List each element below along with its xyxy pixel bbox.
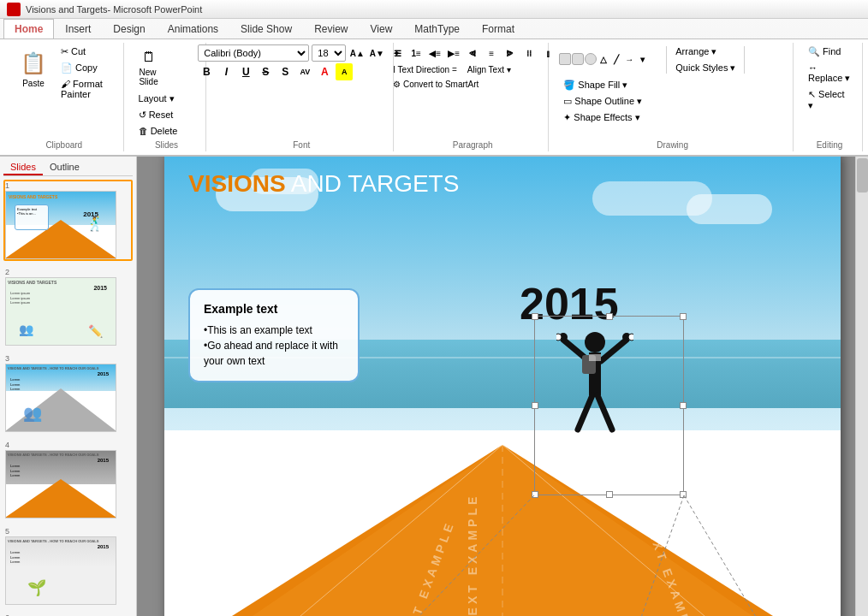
numbering-button[interactable]: 1≡ (407, 44, 425, 62)
align-right-button[interactable]: ⫸ (502, 44, 519, 62)
find-button[interactable]: 🔍 Find (804, 44, 855, 59)
tab-home[interactable]: Home (3, 19, 54, 38)
slide-thumb-5[interactable]: 5 VISIONS AND TARGETS - HOW TO REACH OUR… (3, 525, 133, 607)
reset-button[interactable]: ↺ Reset (134, 108, 182, 122)
layout-button[interactable]: Layout ▾ (134, 92, 182, 106)
slide-thumb-inner-4: VISIONS AND TARGETS - HOW TO REACH OUR G… (5, 450, 116, 518)
delete-button[interactable]: 🗑 Delete (134, 124, 182, 138)
bullets-button[interactable]: ☰ (389, 44, 406, 62)
slide-thumb-inner-1: VISIONS AND TARGETS 2015 Example text•Th… (5, 191, 116, 259)
paste-button[interactable]: 📋 Paste (12, 44, 55, 101)
title-bold: VISIONS (188, 170, 286, 197)
svg-rect-16 (589, 354, 601, 361)
shape-rounded-rect[interactable] (572, 53, 584, 65)
align-center-button[interactable]: ≡ (483, 44, 500, 62)
ribbon-tab-bar: Home Insert Design Animations Slide Show… (0, 19, 868, 38)
slide-num-2: 2 (5, 268, 131, 276)
para-row-2: I Text Direction = Align Text ▾ (389, 63, 556, 76)
slides-tab[interactable]: Slides (3, 160, 43, 175)
ribbon-group-clipboard: 📋 Paste ✂ Cut 📄 Copy 🖌 Format Painter Cl… (5, 43, 124, 151)
slide-thumb-3[interactable]: 3 VISIONS AND TARGETS - HOW TO REACH OUR… (3, 352, 133, 434)
ribbon: Home Insert Design Animations Slide Show… (0, 19, 868, 157)
title-bar: Visions and Targets - Microsoft PowerPoi… (0, 0, 868, 19)
tab-review[interactable]: Review (303, 19, 359, 38)
decrease-font-button[interactable]: A▼ (368, 44, 385, 62)
text-box[interactable]: Example text •This is an example text •G… (188, 288, 360, 382)
tab-insert[interactable]: Insert (54, 19, 102, 38)
slide-thumb-4[interactable]: 4 VISIONS AND TARGETS - HOW TO REACH OUR… (3, 439, 133, 520)
ribbon-group-paragraph: ☰ 1≡ ◀≡ ▶≡ ⫷ ≡ ⫸ ⁞⁞ ⫿ I Text Direction =… (397, 43, 549, 151)
format-painter-button[interactable]: 🖌 Format Painter (56, 77, 116, 101)
strikethrough-button[interactable]: S (257, 63, 274, 80)
new-slide-icon: 🗒 (139, 47, 159, 68)
figure-svg (556, 327, 633, 481)
clipboard-label: Clipboard (45, 140, 82, 150)
quick-styles-button[interactable]: Quick Styles ▾ (671, 61, 740, 75)
new-slide-label: NewSlide (139, 68, 158, 86)
select-button[interactable]: ↖ Select ▾ (804, 87, 855, 113)
app-name: - Microsoft PowerPoint (108, 4, 203, 15)
slide-thumb-1[interactable]: 1 VISIONS AND TARGETS 2015 Example text•… (3, 180, 133, 261)
slide-thumb-inner-2: VISIONS AND TARGETS 2015 Lorem ipsumLore… (5, 277, 116, 346)
bold-button[interactable]: B (198, 63, 215, 80)
tab-animations[interactable]: Animations (157, 19, 229, 38)
scroll-thumb[interactable] (857, 158, 868, 192)
shape-outline-button[interactable]: ▭ Shape Outline ▾ (559, 94, 646, 109)
slides-btns: 🗒 NewSlide Layout ▾ ↺ Reset 🗑 Delete (134, 44, 199, 150)
slide-thumb-inner-5: VISIONS AND TARGETS - HOW TO REACH OUR G… (5, 536, 116, 605)
shape-fill-button[interactable]: 🪣 Shape Fill ▾ (559, 78, 646, 92)
slides-label: Slides (155, 140, 178, 150)
outline-tab[interactable]: Outline (43, 160, 86, 175)
tab-design[interactable]: Design (102, 19, 156, 38)
char-spacing-button[interactable]: AV (296, 63, 313, 80)
shadow-button[interactable]: S (276, 63, 294, 80)
road-text-center: TEXT EXAMPLE (466, 493, 479, 616)
font-color-button[interactable]: A (316, 63, 333, 80)
arrange-button[interactable]: Arrange ▾ (671, 44, 740, 59)
drawing-label: Drawing (657, 140, 688, 150)
increase-indent-button[interactable]: ▶≡ (445, 44, 462, 62)
title-normal: AND TARGETS (286, 170, 460, 197)
svg-point-13 (556, 334, 562, 341)
new-slide-button[interactable]: 🗒 NewSlide (134, 44, 163, 89)
font-row-2: B I U S S AV A A (198, 63, 405, 80)
shape-triangle[interactable]: △ (597, 53, 609, 65)
align-left-button[interactable]: ⫷ (464, 44, 481, 62)
replace-button[interactable]: ↔ Replace ▾ (804, 61, 855, 86)
copy-button[interactable]: 📄 Copy (56, 61, 116, 75)
convert-smartart-button[interactable]: ⚙ Convert to SmartArt (389, 78, 483, 91)
slide-num-1: 1 (5, 181, 131, 190)
slide-thumb-inner-3: VISIONS AND TARGETS - HOW TO REACH OUR G… (5, 364, 116, 432)
increase-font-button[interactable]: A▲ (348, 44, 366, 62)
shape-line[interactable]: ╱ (610, 53, 622, 65)
drawing-sep2 (744, 46, 745, 74)
align-text-button[interactable]: Align Text ▾ (463, 63, 515, 76)
slide-thumb-6[interactable]: 6 VISIONS AND TARGETS - HOW TO REACH OUR… (3, 612, 133, 616)
shape-arrow[interactable]: → (623, 53, 635, 65)
bullet-1: •This is an example text (204, 323, 344, 338)
font-size-select[interactable]: 18 (312, 44, 346, 62)
text-direction-button[interactable]: I Text Direction = (389, 63, 461, 76)
tab-view[interactable]: View (360, 19, 404, 38)
shape-oval[interactable] (585, 53, 597, 65)
vertical-scrollbar[interactable] (855, 157, 868, 616)
tab-mathtype[interactable]: MathType (403, 19, 471, 38)
underline-button[interactable]: U (237, 63, 254, 80)
shape-effects-button[interactable]: ✦ Shape Effects ▾ (559, 110, 646, 125)
font-row-1: Calibri (Body) 18 A▲ A▼ ✦ (198, 44, 405, 62)
ribbon-group-editing: 🔍 Find ↔ Replace ▾ ↖ Select ▾ Editing (797, 43, 863, 151)
paragraph-label: Paragraph (453, 140, 493, 150)
font-controls: Calibri (Body) 18 A▲ A▼ ✦ B I U S S AV (198, 44, 405, 92)
font-name-select[interactable]: Calibri (Body) (198, 44, 309, 62)
slide-thumb-2[interactable]: 2 VISIONS AND TARGETS 2015 Lorem ipsumLo… (3, 266, 133, 347)
highlight-button[interactable]: A (336, 63, 353, 80)
decrease-indent-button[interactable]: ◀≡ (426, 44, 443, 62)
justify-button[interactable]: ⁞⁞ (520, 44, 538, 62)
shape-more[interactable]: ▾ (636, 53, 648, 65)
italic-button[interactable]: I (217, 63, 235, 80)
shape-rect[interactable] (559, 53, 571, 65)
tab-slideshow[interactable]: Slide Show (229, 19, 303, 38)
cut-button[interactable]: ✂ Cut (56, 44, 116, 59)
bullet-2: •Go ahead and replace it with your own t… (204, 338, 344, 369)
tab-format[interactable]: Format (471, 19, 526, 38)
